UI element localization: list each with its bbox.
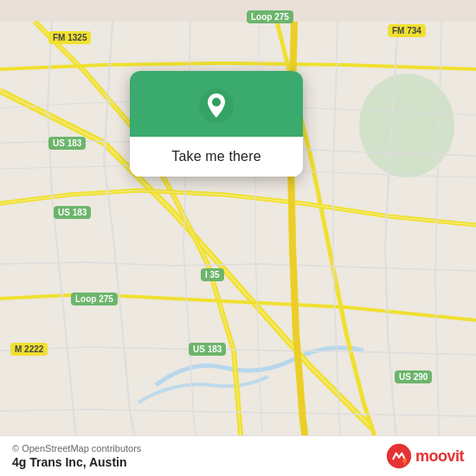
road-badge-us183-left: US 183: [48, 137, 86, 150]
location-pin-icon: [197, 87, 235, 125]
road-badge-us183-bottom: US 183: [189, 343, 226, 356]
take-me-there-button[interactable]: Take me there: [130, 137, 303, 177]
svg-point-3: [212, 98, 221, 106]
road-badge-us183-left2: US 183: [54, 206, 91, 219]
road-badge-m2222: M 2222: [10, 343, 48, 356]
road-badge-fm1325: FM 1325: [48, 31, 91, 44]
popup-card: Take me there: [130, 71, 303, 177]
map-container: Loop 275 FM 1325 FM 734 US 183 US 183 I …: [0, 0, 476, 476]
moovit-logo: moovit: [386, 443, 464, 469]
bottom-bar: © OpenStreetMap contributors 4g Trans In…: [0, 435, 476, 476]
business-name: 4g Trans Inc, Austin: [12, 455, 141, 469]
popup-header: [130, 71, 303, 137]
road-badge-loop275-bottom: Loop 275: [71, 293, 118, 306]
bottom-left: © OpenStreetMap contributors 4g Trans In…: [12, 443, 141, 469]
attribution-text: © OpenStreetMap contributors: [12, 443, 141, 453]
moovit-logo-icon: [386, 443, 412, 469]
road-badge-loop275-top: Loop 275: [247, 10, 293, 23]
road-badge-i35: I 35: [201, 268, 224, 281]
moovit-text: moovit: [415, 447, 464, 466]
road-badge-fm734: FM 734: [388, 24, 426, 37]
road-badge-us290: US 290: [395, 370, 432, 383]
